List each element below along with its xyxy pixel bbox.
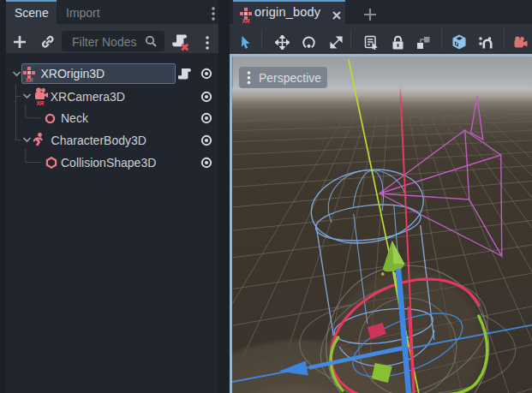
- svg-text:XR: XR: [36, 99, 44, 105]
- svg-text:XR: XR: [25, 77, 33, 82]
- svg-text:XR: XR: [242, 18, 249, 23]
